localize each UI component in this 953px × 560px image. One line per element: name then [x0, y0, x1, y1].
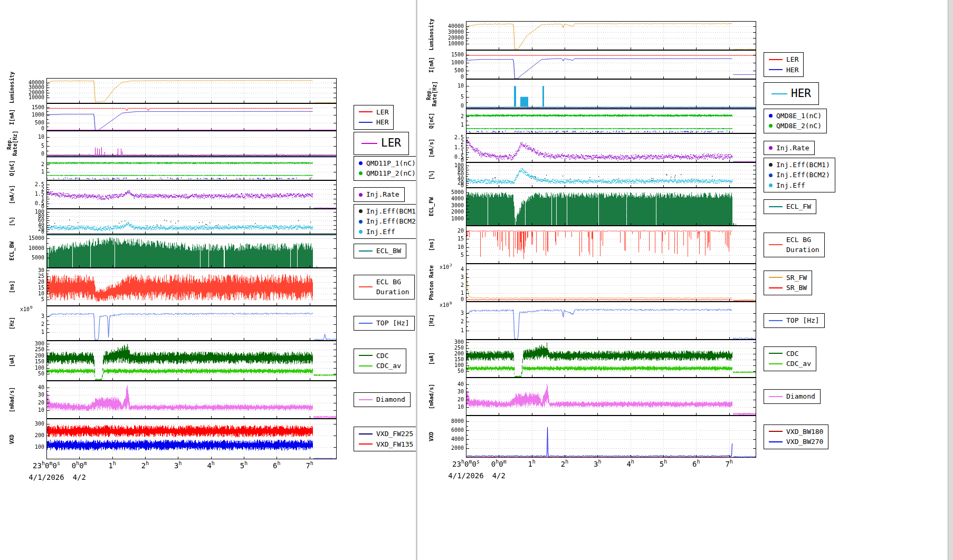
line-marker [769, 441, 783, 442]
legend-label: HER [786, 65, 798, 75]
legend-label: LER [376, 107, 388, 118]
legend-entry-sr-bw: SR_BW [769, 283, 807, 293]
dot-marker [359, 193, 363, 197]
legend-entry-inj-rate: Inj.Rate [769, 143, 809, 153]
legend-label: QMD11P_1(nC) [366, 158, 416, 169]
y-axis-label-left-eclbw: ECL_BW [5, 234, 19, 268]
dateline-left: 4/1/20264/2 [46, 473, 337, 485]
plot-row-right-diamond: [mRad/s]Diamond [425, 378, 948, 416]
window-edge-strip [948, 0, 953, 560]
line-marker [769, 59, 783, 60]
legend-label: VXD_FW135 [376, 439, 413, 450]
legend-entry-inj-rate: Inj.Rate [359, 189, 399, 200]
legend-entry-her: HER [359, 117, 388, 128]
y-axis-label-text: Rep. Rate[Hz] [426, 79, 437, 108]
y-axis-label-text: Q[nC] [429, 108, 435, 133]
legend-entry-vxd-bw270: VXD_BW270 [769, 437, 823, 447]
date-label-right-1: 4/2 [492, 471, 506, 480]
legend-label: ECL_FW [786, 201, 811, 212]
legend-label: TOP [Hz] [786, 315, 819, 326]
plot-canvas-right-eclfw [439, 188, 756, 226]
dot-marker [359, 209, 363, 213]
plot-row-left-top: [Hz]TOP [Hz] [5, 306, 416, 341]
legend-entry-her: HER [769, 65, 798, 75]
legend-label: LER [381, 135, 401, 152]
legend-entry-inj-eff-bcm2-: Inj.Eff(BCM2) [359, 216, 420, 227]
y-axis-label-text: Photon Rate [429, 264, 435, 302]
y-axis-label-right-injeff: [%] [425, 162, 439, 188]
plot-row-right-cdc: [uA]CDCCDC_av [425, 340, 948, 378]
legend-right-cdc: CDCCDC_av [764, 346, 816, 371]
dot-marker [769, 114, 773, 118]
y-axis-label-text: I[mA] [429, 50, 435, 79]
date-label-right-0: 4/1/2026 [448, 471, 483, 480]
line-marker [359, 355, 373, 356]
legend-left-eclbg: ECL BG Duration [354, 275, 415, 300]
plot-row-right-vxd: VXDVXD_BW180VXD_BW270 [425, 416, 948, 458]
plot-row-left-diamond: [mRad/s]Diamond [5, 381, 416, 419]
dot-marker [769, 146, 773, 150]
plot-canvas-right-cdc [439, 340, 756, 378]
legend-label: Inj.Eff(BCM1) [776, 160, 830, 170]
legend-label: ECL BG Duration [376, 277, 409, 297]
legend-area-right-vxd: VXD_BW180VXD_BW270 [756, 416, 853, 458]
y-axis-label-right-vxd: VXD [425, 416, 439, 458]
y-axis-label-text: Luminosity [9, 78, 15, 103]
legend-entry-diamond: Diamond [769, 391, 815, 402]
legend-label: SR_BW [786, 283, 807, 293]
legend-label: HER [376, 117, 388, 128]
legend-label: CDC_av [786, 359, 811, 369]
plot-canvas-left-injeff [19, 209, 337, 234]
plot-canvas-left-diamond [19, 381, 337, 419]
legend-entry-cdc-av: CDC_av [769, 359, 811, 369]
date-label-left-0: 4/1/2026 [28, 473, 64, 481]
plot-row-right-current: I[mA]LERHER [425, 50, 948, 79]
y-axis-label-text: [ms] [429, 226, 435, 264]
xaxis-left: 23h0m0s0h0m1h2h3h4h5h6h7h [46, 459, 337, 473]
legend-label: LER [786, 54, 798, 65]
dot-marker [769, 173, 773, 177]
legend-entry-top-hz-: TOP [Hz] [359, 318, 409, 329]
plot-canvas-right-luminosity [439, 21, 756, 50]
plot-canvas-left-vxd [19, 419, 337, 459]
plot-canvas-left-eclbg [19, 268, 337, 306]
legend-area-right-current: LERHER [756, 50, 853, 79]
y-axis-label-text: [%] [429, 162, 435, 188]
legend-left-cdc: CDCCDC_av [354, 349, 406, 373]
plot-row-left-vxd: VXDVXD_FW225VXD_FW135 [5, 419, 416, 459]
y-axis-label-text: [mA/s] [429, 133, 435, 162]
y-axis-label-text: VXD [429, 416, 435, 458]
legend-entry-sr-fw: SR_FW [769, 273, 807, 283]
y-axis-label-text: I[mA] [9, 103, 15, 131]
legend-entry-ecl-bg-duration: ECL BG Duration [359, 277, 409, 297]
plot-canvas-right-vxd [439, 416, 756, 458]
legend-label: CDC [786, 349, 798, 359]
line-marker [769, 396, 783, 397]
legend-entry-cdc-av: CDC_av [359, 361, 401, 371]
plot-row-left-charge: Q[nC]QMD11P_1(nC)QMD11P_2(nC) [5, 156, 416, 180]
legend-right-current: LERHER [764, 52, 804, 77]
y-axis-label-right-reprate: Rep. Rate[Hz] [425, 79, 439, 108]
y-axis-label-text: [%] [9, 209, 15, 234]
legend-right-top: TOP [Hz] [764, 313, 825, 328]
y-axis-label-right-eclbg: [ms] [425, 226, 439, 264]
legend-label: VXD_FW225 [376, 429, 413, 439]
line-marker [769, 206, 783, 207]
line-marker [769, 69, 783, 70]
plot-canvas-right-injeff [439, 162, 756, 188]
legend-label: Inj.Rate [366, 189, 399, 200]
y-axis-label-left-current: I[mA] [5, 103, 19, 131]
line-marker [769, 320, 783, 321]
legend-entry-ecl-fw: ECL_FW [769, 201, 811, 212]
plot-row-right-luminosity: Luminosity [425, 21, 948, 50]
x-tick-right-7: 6h [692, 459, 700, 468]
legend-entry-vxd-bw180: VXD_BW180 [769, 427, 823, 437]
legend-entry-qmd11p-1-nc-: QMD11P_1(nC) [359, 158, 416, 169]
dot-marker [769, 184, 773, 187]
dot-marker [359, 230, 363, 234]
legend-area-right-injeff: Inj.Eff(BCM1)Inj.Eff(BCM2)Inj.Eff [756, 162, 853, 188]
legend-label: VXD_BW270 [786, 437, 823, 447]
plot-row-left-reprate: Rep. Rate[Hz]LER [5, 131, 416, 156]
legend-entry-inj-eff-bcm1-: Inj.Eff(BCM1) [359, 206, 420, 217]
plot-canvas-right-top [439, 302, 756, 340]
